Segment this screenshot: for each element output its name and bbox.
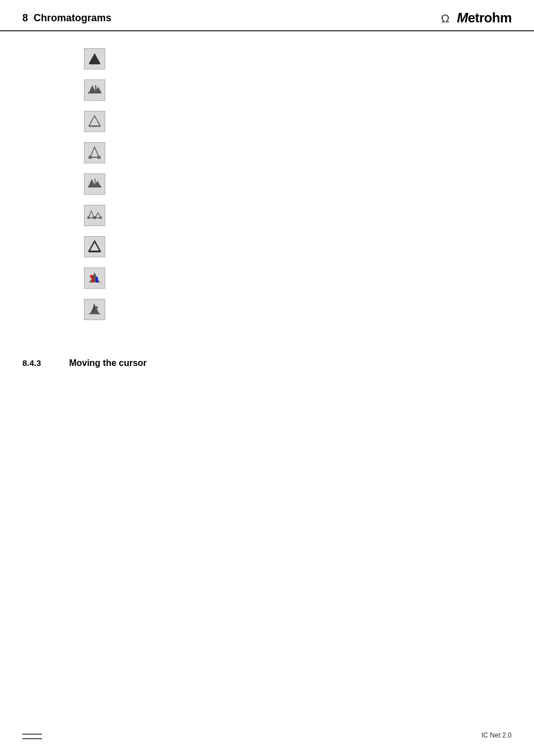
two-peaks-divider-icon [87,176,102,192]
peak-colored-markers-icon: ✱ [87,270,102,286]
icon-peak-baseline-circles[interactable] [84,142,105,163]
chapter-name: Chromatograms [34,12,111,24]
icon-row-6 [84,205,534,226]
svg-rect-29 [96,277,98,283]
svg-rect-16 [95,179,96,187]
chapter-number: 8 [22,12,28,24]
icon-row-3 [84,111,534,132]
peak-baseline-circles-icon [87,145,102,161]
icon-two-peaks-divider[interactable] [84,173,105,195]
icon-two-peaks[interactable] [84,79,105,101]
logo-text: Metrohm [457,10,512,26]
svg-text:Ω: Ω [441,12,449,25]
icon-row-8: ✱ [84,267,534,289]
footer-line-top [22,734,42,735]
svg-rect-19 [88,218,101,218]
footer-line-bottom [22,738,42,739]
page-footer: IC Net 2.0 [0,731,534,739]
svg-rect-32 [89,313,100,314]
section-number: 8.4.3 [22,358,41,368]
icon-row-2 [84,79,534,101]
icon-peak-colored-markers[interactable]: ✱ [84,267,105,289]
svg-rect-2 [89,63,100,64]
svg-marker-1 [89,53,100,63]
icon-peak-markers-variant[interactable]: ✱ [84,299,105,320]
section-title: Moving the cursor [69,358,147,368]
svg-marker-24 [89,241,100,251]
peak-markers-variant-icon: ✱ [87,302,102,317]
peak-outline-icon [87,114,102,129]
svg-rect-5 [88,92,101,93]
page-header: 8 Chromatograms Ω Metrohm [0,0,534,31]
svg-marker-9 [90,147,99,157]
footer-lines [22,734,42,739]
footer-product: IC Net 2.0 [481,731,512,739]
svg-rect-33 [93,304,95,312]
metrohm-logo: Ω Metrohm [440,10,512,26]
icon-row-5 [84,173,534,195]
peak-bold-outline-icon [87,239,102,255]
icon-row-4 [84,142,534,163]
svg-text:✱: ✱ [95,306,99,309]
svg-rect-8 [89,126,100,127]
icon-peak-filled[interactable] [84,48,105,69]
svg-marker-3 [89,85,96,92]
icon-peak-bold-outline[interactable] [84,236,105,257]
svg-marker-7 [89,116,100,126]
svg-marker-13 [88,179,95,186]
icon-row-7 [84,236,534,257]
section-heading: 8.4.3 Moving the cursor [0,336,534,374]
icon-peak-outline[interactable] [84,111,105,132]
icon-multi-peaks-circles[interactable] [84,205,105,226]
svg-rect-6 [95,85,96,93]
svg-text:✱: ✱ [90,274,93,279]
svg-rect-12 [89,157,100,158]
chapter-title: 8 Chromatograms [22,12,111,24]
svg-rect-25 [89,251,100,252]
omega-icon: Ω [440,10,456,26]
multi-peaks-circles-icon [87,208,102,223]
icons-section: ✱ ✱ [0,37,534,336]
icon-row-1 [84,48,534,69]
peak-filled-icon [87,51,102,67]
svg-rect-27 [89,281,100,283]
two-peaks-icon [87,82,102,98]
icon-row-9: ✱ [84,299,534,320]
